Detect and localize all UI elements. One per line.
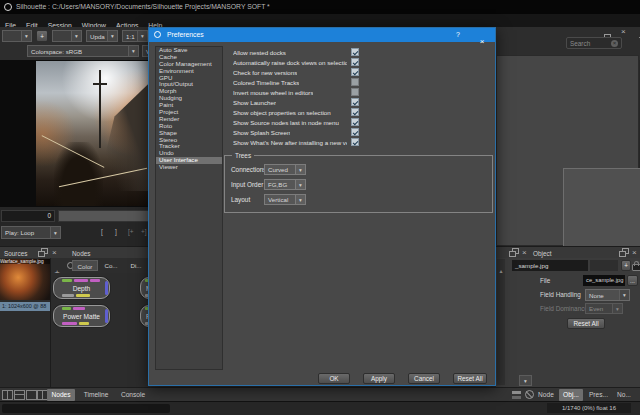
checkbox[interactable] — [351, 118, 359, 126]
lock-icon[interactable] — [632, 264, 640, 271]
category-item[interactable]: Color Management — [156, 61, 222, 68]
option-row[interactable]: Invert mouse wheel in editors — [233, 87, 359, 97]
category-item[interactable]: Morph — [156, 88, 222, 95]
layout-split-h-icon[interactable] — [14, 390, 25, 400]
clear-search-icon[interactable]: × — [611, 40, 618, 47]
tab-timeline[interactable]: Timeline — [78, 389, 114, 401]
category-item[interactable]: Auto Save — [156, 47, 222, 54]
category-item[interactable]: Tracker — [156, 143, 222, 150]
apply-button[interactable]: Apply — [363, 373, 395, 384]
dialog-titlebar[interactable]: Preferences ? — [149, 28, 495, 42]
tree-row-select[interactable]: Curved — [264, 164, 306, 175]
option-row[interactable]: Show Source nodes last in node menu — [233, 117, 359, 127]
option-row[interactable]: Check for new versions — [233, 67, 359, 77]
tab-console[interactable]: Console — [115, 389, 151, 401]
collapse-chevron-icon[interactable] — [519, 375, 532, 386]
disable-icon[interactable] — [525, 390, 534, 399]
option-row[interactable]: Show object properties on selection — [233, 107, 359, 117]
add-view-button[interactable]: + — [36, 30, 48, 42]
object-name-field-extra[interactable] — [590, 260, 618, 271]
tab-node[interactable]: Node — [535, 389, 557, 401]
float-panel-icon[interactable] — [619, 248, 629, 257]
category-item[interactable]: Environment — [156, 68, 222, 75]
category-item[interactable]: GPU — [156, 75, 222, 82]
tab-nodes[interactable]: Nodes — [47, 389, 75, 401]
category-item[interactable]: Paint — [156, 102, 222, 109]
category-item[interactable]: Input/Output — [156, 81, 222, 88]
category-item[interactable]: Project — [156, 109, 222, 116]
file-value-field[interactable]: ce_sample.jpg — [583, 275, 625, 286]
checkbox[interactable] — [351, 108, 359, 116]
tab-presets[interactable]: Pres... — [586, 389, 611, 401]
checkbox[interactable] — [351, 48, 359, 56]
object-scrollbar[interactable] — [497, 259, 505, 385]
category-item[interactable]: Render — [156, 116, 222, 123]
zoom-select[interactable]: 1:1 — [122, 30, 148, 42]
help-button[interactable]: ? — [453, 30, 463, 40]
category-item[interactable]: Cache — [156, 54, 222, 61]
close-panel-icon[interactable] — [632, 249, 637, 257]
option-row[interactable]: Colored Timeline Tracks — [233, 77, 359, 87]
checkbox[interactable] — [351, 98, 359, 106]
category-item[interactable]: Undo — [156, 150, 222, 157]
add-object-button[interactable]: + — [621, 260, 631, 271]
tree-row-select[interactable]: Vertical — [264, 194, 306, 205]
range-in-button[interactable]: [+ — [128, 228, 134, 235]
range-out-button[interactable]: +] — [141, 228, 147, 235]
checkbox[interactable] — [351, 138, 359, 146]
option-row[interactable]: Show What's New after installing a new v… — [233, 137, 359, 147]
mark-in-button[interactable]: [ — [101, 228, 103, 235]
checkbox[interactable] — [351, 128, 359, 136]
source-thumbnail[interactable]: Warface_sample.jpg — [0, 259, 52, 300]
category-item[interactable]: Shape — [156, 130, 222, 137]
checkbox[interactable] — [351, 58, 359, 66]
update-mode-select[interactable]: Upda — [86, 30, 118, 42]
node-tab-diffusion[interactable]: Di... — [126, 260, 146, 271]
category-item[interactable]: Viewer — [156, 164, 222, 171]
option-row[interactable]: Show Launcher — [233, 97, 359, 107]
option-row[interactable]: Automatically raise dock views on select… — [233, 57, 359, 67]
float-panel-icon[interactable] — [509, 248, 519, 257]
node-tab-composite[interactable]: Co... — [100, 260, 122, 271]
play-mode-select[interactable]: Play: Loop — [1, 226, 61, 239]
scroll-up-icon[interactable] — [499, 259, 502, 276]
tree-row-select[interactable]: FG,BG — [264, 179, 306, 190]
close-panel-icon[interactable] — [52, 249, 57, 257]
colorspace-select[interactable]: Colorspace: sRGB — [27, 45, 139, 57]
viewer-mode-select[interactable] — [2, 30, 32, 42]
frame-field[interactable]: 0 — [1, 210, 55, 222]
option-row[interactable]: Show Splash Screen — [233, 127, 359, 137]
category-item[interactable]: Roto — [156, 123, 222, 130]
viewer-canvas[interactable] — [0, 60, 148, 207]
mark-out-button[interactable]: ] — [115, 228, 117, 235]
category-item[interactable]: Stereo — [156, 137, 222, 144]
tab-object[interactable]: Obj... — [559, 389, 583, 401]
close-panel-icon[interactable] — [522, 249, 527, 257]
source-selected-row[interactable]: 1: 1024x600 @ 88 — [0, 302, 52, 311]
node-tab-color[interactable]: Color — [72, 260, 98, 271]
ok-button[interactable]: OK — [318, 373, 350, 384]
tab-notes[interactable]: No... — [614, 389, 634, 401]
reset-all-button[interactable]: Reset All — [453, 373, 487, 384]
category-item[interactable]: Nudging — [156, 95, 222, 102]
graph-node-power-matte[interactable]: Power Matte — [53, 305, 110, 327]
checkbox[interactable] — [351, 78, 359, 86]
category-item[interactable]: User Interface — [156, 157, 222, 164]
layers-icon[interactable] — [512, 391, 521, 399]
option-row[interactable]: Allow nested docks — [233, 47, 359, 57]
layout-single-icon[interactable] — [26, 390, 37, 400]
browse-file-button[interactable]: ... — [627, 275, 638, 286]
status-input-field[interactable] — [2, 404, 170, 413]
layout-split-v-icon[interactable] — [2, 390, 13, 400]
graph-node-depth[interactable]: Depth — [53, 277, 110, 299]
field-handling-select[interactable]: None — [585, 289, 630, 301]
view-select[interactable] — [52, 30, 82, 42]
float-panel-icon[interactable] — [38, 248, 48, 257]
object-name-field[interactable]: _sample.jpg — [512, 260, 588, 271]
checkbox[interactable] — [351, 68, 359, 76]
reset-all-button[interactable]: Reset All — [567, 318, 605, 329]
checkbox[interactable] — [351, 88, 359, 96]
cancel-button[interactable]: Cancel — [408, 373, 440, 384]
close-dialog-icon[interactable] — [477, 30, 487, 40]
close-panel-icon[interactable] — [621, 28, 626, 36]
